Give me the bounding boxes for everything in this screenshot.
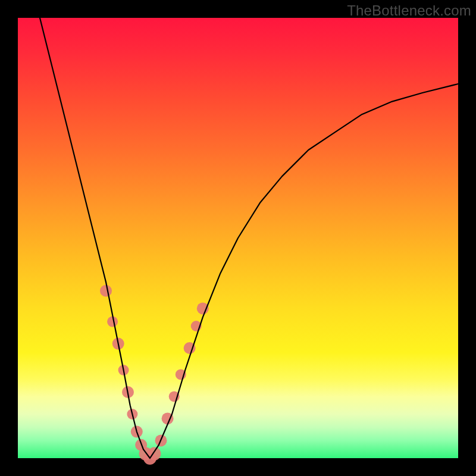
chart-overlay <box>18 18 458 458</box>
bottleneck-curve <box>40 18 458 458</box>
watermark-label: TheBottleneck.com <box>347 2 471 19</box>
marker-dots-group <box>100 285 209 465</box>
chart-frame: TheBottleneck.com <box>0 0 476 476</box>
marker-dot <box>100 285 112 297</box>
